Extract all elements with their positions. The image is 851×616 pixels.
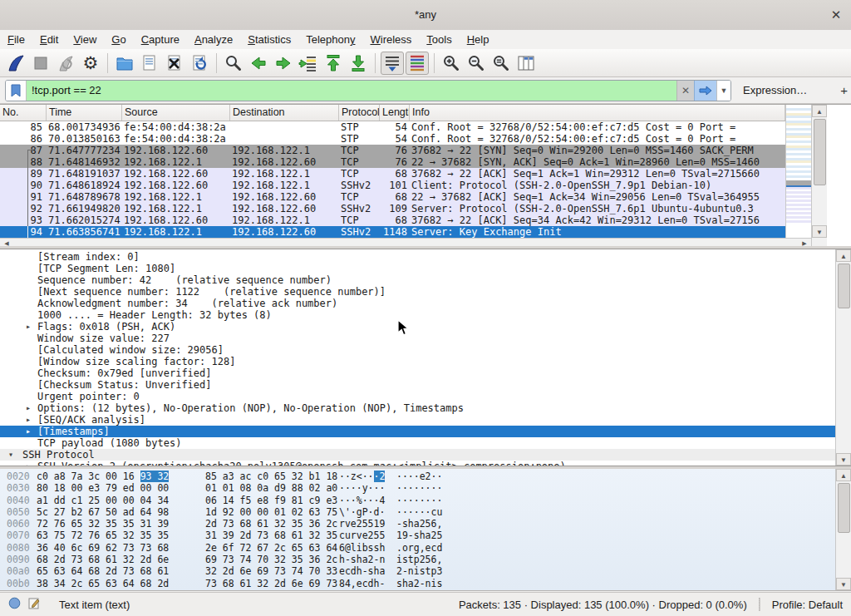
- menu-tools[interactable]: Tools: [419, 32, 459, 47]
- filter-bookmark-icon[interactable]: [6, 81, 27, 101]
- hex-ascii[interactable]: ··z<···2: [339, 471, 385, 482]
- hex-ascii[interactable]: ······cu: [396, 506, 442, 518]
- hex-offset[interactable]: 00a0: [7, 565, 30, 577]
- detail-row[interactable]: [Window size scaling factor: 128]: [0, 356, 835, 367]
- menu-statistics[interactable]: Statistics: [240, 32, 298, 47]
- hex-bytes[interactable]: 63 75 72 76 65 32 35 35: [37, 530, 169, 541]
- expression-button[interactable]: Expression…: [743, 84, 807, 96]
- go-to-packet-icon[interactable]: [297, 52, 320, 75]
- hex-bytes[interactable]: 2d 73 68 61 32 35 36 2c: [205, 518, 337, 530]
- auto-scroll-icon[interactable]: [381, 52, 404, 75]
- menu-telephony[interactable]: Telephony: [298, 32, 362, 47]
- expand-icon[interactable]: ▸: [26, 321, 31, 333]
- hex-bytes[interactable]: 85 a3 ac c0 65 32 b1 18: [205, 471, 337, 482]
- detail-row[interactable]: ▾SSH Protocol: [0, 449, 835, 461]
- menu-wireless[interactable]: Wireless: [363, 32, 420, 47]
- hex-bytes[interactable]: 73 68 61 32 2d 6e 69 73: [205, 578, 337, 589]
- packet-row-89[interactable]: 8971.648191037192.168.122.60192.168.122.…: [0, 168, 785, 180]
- scroll-up-icon[interactable]: ▲: [836, 469, 851, 481]
- hex-offset[interactable]: 00b0: [7, 578, 30, 589]
- hex-bytes[interactable]: a1 dd c1 25 00 00 04 34: [37, 495, 169, 506]
- menu-capture[interactable]: Capture: [134, 32, 187, 47]
- detail-row[interactable]: ▸[SEQ/ACK analysis]: [0, 414, 835, 426]
- hex-ascii[interactable]: -sha256,: [396, 518, 442, 530]
- packet-list-minimap[interactable]: [785, 105, 811, 238]
- go-back-icon[interactable]: [247, 52, 270, 75]
- display-filter-input[interactable]: !tcp.port == 22: [27, 81, 676, 101]
- capture-options-icon[interactable]: ⚙: [79, 52, 102, 75]
- packet-row-86[interactable]: 8670.013850163fe:54:00:d4:38:2aSTP54Conf…: [0, 133, 785, 145]
- packet-row-93[interactable]: 9371.662015274192.168.122.60192.168.122.…: [0, 214, 785, 226]
- wireshark-fin-start-icon[interactable]: [4, 52, 27, 75]
- hex-ascii[interactable]: 2-nistp3: [396, 565, 442, 577]
- column-header-no[interactable]: No.: [0, 105, 47, 121]
- hex-bytes[interactable]: 69 73 74 70 32 35 36 2c: [205, 554, 337, 565]
- hex-offset[interactable]: 0060: [7, 518, 30, 530]
- scrollbar-thumb[interactable]: [838, 483, 850, 533]
- hex-bytes[interactable]: 32 2d 6e 69 73 74 70 33: [205, 565, 337, 577]
- hex-ascii[interactable]: ····y···: [339, 482, 385, 494]
- packet-row-94[interactable]: 9471.663856741192.168.122.1192.168.122.6…: [0, 226, 785, 238]
- scrollbar-thumb[interactable]: [814, 119, 826, 185]
- filter-apply-icon[interactable]: [694, 81, 716, 101]
- detail-row[interactable]: ▸[Timestamps]: [0, 426, 835, 437]
- menu-help[interactable]: Help: [460, 32, 497, 47]
- add-filter-button[interactable]: +: [840, 83, 848, 97]
- details-vscrollbar[interactable]: ▲ ▼: [835, 249, 851, 466]
- scrollbar-thumb[interactable]: [838, 264, 850, 308]
- go-forward-icon[interactable]: [272, 52, 295, 75]
- hex-ascii[interactable]: sha2-nis: [396, 578, 442, 589]
- expand-icon[interactable]: ▸: [26, 402, 31, 414]
- hex-offset[interactable]: 0050: [7, 506, 30, 518]
- hex-dump[interactable]: 0020c0 a8 7a 3c 00 16 93 3285 a3 ac c0 6…: [0, 471, 835, 589]
- save-file-icon[interactable]: [138, 52, 161, 75]
- column-header-info[interactable]: Info: [410, 105, 785, 121]
- detail-row[interactable]: [TCP Segment Len: 1080]: [0, 263, 835, 274]
- hex-ascii[interactable]: \'·gP·d·: [339, 506, 385, 518]
- stop-capture-icon[interactable]: [29, 52, 52, 75]
- detail-row[interactable]: Checksum: 0x79ed [unverified]: [0, 367, 835, 379]
- menu-analyze[interactable]: Analyze: [187, 32, 240, 47]
- hex-ascii[interactable]: ········: [396, 495, 442, 506]
- display-filter-box[interactable]: !tcp.port == 22 ✕ ▼: [5, 80, 731, 101]
- hex-ascii[interactable]: ···%···4: [339, 495, 385, 506]
- zoom-in-icon[interactable]: [440, 52, 463, 75]
- hex-ascii[interactable]: ····e2··: [396, 471, 442, 482]
- detail-row[interactable]: ▸SSH Version 2 (encryption:chacha20-poly…: [0, 461, 835, 466]
- hex-bytes[interactable]: 36 40 6c 69 62 73 73 68: [37, 542, 169, 554]
- hex-bytes[interactable]: 5c 27 b2 67 50 ad 64 98: [37, 506, 169, 518]
- packet-list-header[interactable]: No.TimeSourceDestinationProtocolLengthIn…: [0, 105, 785, 121]
- hex-bytes[interactable]: 31 39 2d 73 68 61 32 35: [205, 530, 337, 541]
- hex-ascii[interactable]: .org,ecd: [396, 542, 442, 554]
- hex-bytes[interactable]: 72 76 65 32 35 35 31 39: [37, 518, 169, 530]
- collapse-icon[interactable]: ▾: [8, 449, 13, 461]
- detail-row[interactable]: Urgent pointer: 0: [0, 391, 835, 402]
- detail-row[interactable]: 1000 .... = Header Length: 32 bytes (8): [0, 309, 835, 321]
- menu-go[interactable]: Go: [104, 32, 133, 47]
- detail-row[interactable]: Sequence number: 42 (relative sequence n…: [0, 274, 835, 286]
- scroll-down-icon[interactable]: ▼: [836, 578, 851, 590]
- expand-icon[interactable]: ▸: [26, 461, 31, 466]
- scroll-up-icon[interactable]: ▲: [812, 105, 827, 117]
- hex-bytes[interactable]: 06 14 f5 e8 f9 81 c9 e3: [205, 495, 337, 506]
- hex-ascii[interactable]: ecdh-sha: [339, 565, 385, 577]
- column-header-destination[interactable]: Destination: [230, 105, 339, 121]
- hex-offset[interactable]: 0040: [7, 495, 30, 506]
- hex-bytes[interactable]: 1d 92 00 00 01 02 63 75: [205, 506, 337, 518]
- detail-row[interactable]: [Checksum Status: Unverified]: [0, 379, 835, 391]
- go-last-icon[interactable]: [347, 52, 370, 75]
- column-header-length[interactable]: Length: [380, 105, 410, 121]
- profile-status[interactable]: Profile: Default: [772, 599, 843, 611]
- detail-row[interactable]: TCP payload (1080 bytes): [0, 437, 835, 449]
- hex-bytes[interactable]: 38 34 2c 65 63 64 68 2d: [37, 578, 169, 589]
- detail-row[interactable]: Acknowledgment number: 34 (relative ack …: [0, 298, 835, 309]
- hex-bytes[interactable]: 80 18 00 e3 79 ed 00 00: [37, 482, 169, 494]
- title-bar[interactable]: *any ✕: [0, 0, 851, 31]
- column-header-time[interactable]: Time: [47, 105, 122, 121]
- restart-capture-icon[interactable]: [54, 52, 77, 75]
- detail-row[interactable]: Window size value: 227: [0, 333, 835, 344]
- zoom-out-icon[interactable]: [465, 52, 488, 75]
- hex-ascii[interactable]: 84,ecdh-: [339, 578, 385, 589]
- bytes-vscrollbar[interactable]: ▲ ▼: [835, 469, 851, 590]
- scroll-down-icon[interactable]: ▼: [812, 225, 827, 238]
